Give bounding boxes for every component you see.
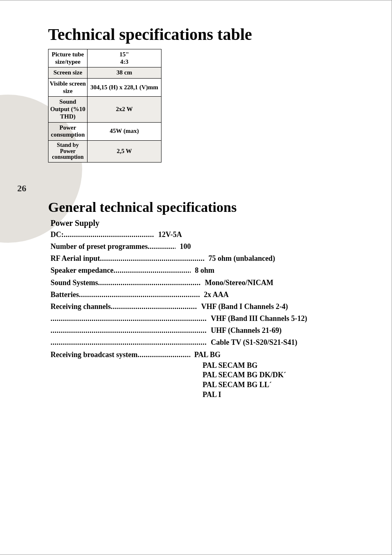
spec-row-label: Receiving channels xyxy=(51,301,111,313)
broadcast-extra-item: PAL SECAM BG xyxy=(203,361,325,371)
spec-row-label: DC: xyxy=(51,229,64,241)
spec-row-value: VHF (Band I Channels 2-4) xyxy=(197,301,288,313)
spec-row: Receiving broadcast system PAL BG xyxy=(51,349,325,361)
spec-row: VHF (Band III Channels 5-12) xyxy=(51,313,325,325)
spec-row-label: Sound Systems xyxy=(51,277,98,289)
spec-row-label: Receiving broadcast system xyxy=(51,349,138,361)
leader-dots xyxy=(100,253,204,265)
table-row: Visible screen size 304,15 (H) x 228,1 (… xyxy=(48,79,161,97)
leader-dots xyxy=(138,349,190,361)
leader-dots xyxy=(148,241,175,253)
spec-label: Power consumption xyxy=(48,122,88,140)
spec-row: UHF (Channels 21-69) xyxy=(51,325,325,337)
leader-dots xyxy=(51,325,207,337)
spec-row-label: Speaker empedance xyxy=(51,265,113,276)
spec-row-value: VHF (Band III Channels 5-12) xyxy=(207,313,307,325)
spec-row-value: 2x AAA xyxy=(200,289,229,301)
spec-row: Number of preset programmes 100 xyxy=(51,241,325,253)
spec-row: Batteries 2x AAA xyxy=(51,289,325,301)
page-number: 26 xyxy=(17,183,26,194)
broadcast-extra-item: PAL SECAM BG LL´ xyxy=(203,380,325,390)
spec-row-label: Number of preset programmes xyxy=(51,241,148,253)
spec-label: Screen size xyxy=(48,67,88,79)
table-row: Stand by Power consumption 2,5 W xyxy=(48,140,161,162)
leader-dots xyxy=(64,229,154,241)
leader-dots xyxy=(51,313,207,325)
spec-row: Cable TV (S1-S20/S21-S41) xyxy=(51,337,325,348)
spec-value: 304,15 (H) x 228,1 (V)mm xyxy=(88,79,161,97)
section-title-tech-specs-table: Technical specifications table xyxy=(48,25,369,44)
spec-label: Picture tube size/typee xyxy=(48,49,88,67)
spec-row: Speaker empedance 8 ohm xyxy=(51,265,325,276)
general-specs-list: DC: 12V-5A Number of preset programmes 1… xyxy=(51,229,325,400)
spec-row-value: UHF (Channels 21-69) xyxy=(207,325,281,337)
spec-row-value: 12V-5A xyxy=(154,229,182,241)
spec-row: Sound Systems Mono/Stereo/NICAM xyxy=(51,277,325,289)
spec-label: Stand by Power consumption xyxy=(48,140,88,162)
leader-dots xyxy=(79,289,200,301)
spec-row-value: PAL BG xyxy=(190,349,221,361)
spec-row: DC: 12V-5A xyxy=(51,229,325,241)
leader-dots xyxy=(111,301,197,313)
table-row: Power consumption 45W (max) xyxy=(48,122,161,140)
broadcast-extra-item: PAL SECAM BG DK/DK´ xyxy=(203,370,325,380)
spec-label: Visible screen size xyxy=(48,79,88,97)
spec-row: Receiving channels VHF (Band I Channels … xyxy=(51,301,325,313)
leader-dots xyxy=(51,337,207,348)
spec-value: 15" 4:3 xyxy=(88,49,161,67)
spec-value: 2x2 W xyxy=(88,97,161,122)
spec-value: 2,5 W xyxy=(88,140,161,162)
table-row: Sound Output (%10 THD) 2x2 W xyxy=(48,97,161,122)
spec-row-value: Cable TV (S1-S20/S21-S41) xyxy=(207,337,297,348)
spec-row-value: 8 ohm xyxy=(191,265,214,276)
broadcast-extra-values: PAL SECAM BG PAL SECAM BG DK/DK´ PAL SEC… xyxy=(203,361,325,400)
broadcast-extra-item: PAL I xyxy=(203,390,325,400)
leader-dots xyxy=(98,277,201,289)
spec-row-value: 75 ohm (unbalanced) xyxy=(204,253,275,265)
section-title-general-tech-specs: General technical specifications xyxy=(48,200,369,215)
spec-row-label: Batteries xyxy=(51,289,79,301)
spec-table: Picture tube size/typee 15" 4:3 Screen s… xyxy=(48,49,161,163)
spec-row-label: RF Aerial input xyxy=(51,253,100,265)
spec-value: 38 cm xyxy=(88,67,161,79)
spec-value: 45W (max) xyxy=(88,122,161,140)
leader-dots xyxy=(113,265,191,276)
power-supply-heading: Power Supply xyxy=(51,218,369,228)
spec-row-value: Mono/Stereo/NICAM xyxy=(201,277,274,289)
spec-row-value: 100 xyxy=(175,241,191,253)
table-row: Screen size 38 cm xyxy=(48,67,161,79)
table-row: Picture tube size/typee 15" 4:3 xyxy=(48,49,161,67)
spec-label: Sound Output (%10 THD) xyxy=(48,97,88,122)
spec-row: RF Aerial input 75 ohm (unbalanced) xyxy=(51,253,325,265)
